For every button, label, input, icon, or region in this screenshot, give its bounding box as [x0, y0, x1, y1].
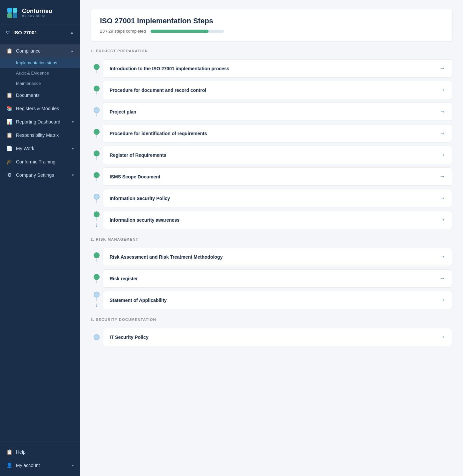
step-dot-completed [94, 252, 100, 258]
sidebar-item-reporting[interactable]: 📊 Reporting Dashboard ▾ [0, 115, 80, 128]
step-card[interactable]: Introduction to the ISO 27001 implementa… [103, 59, 452, 78]
step-timeline [91, 172, 103, 181]
arrow-right-icon: → [439, 216, 445, 223]
step-timeline [91, 252, 103, 262]
step-dot-partial [94, 194, 100, 200]
page-header: ISO 27001 Implementation Steps 23 / 29 s… [91, 9, 452, 41]
step-card[interactable]: Information Security Policy → [103, 189, 452, 207]
step-row: ↓ Information security awareness → [91, 209, 452, 231]
sidebar-item-training[interactable]: 🎓 Conformio Training [0, 155, 80, 168]
registers-icon: 📚 [6, 106, 13, 112]
step-dot-completed [94, 64, 100, 70]
sidebar-item-help[interactable]: 📋 Help [0, 445, 80, 459]
step-card[interactable]: Register of Requirements → [103, 146, 452, 164]
chevron-up-icon: ▲ [70, 49, 74, 53]
svg-rect-2 [13, 8, 17, 13]
svg-rect-3 [7, 13, 12, 18]
step-title: Risk register [110, 276, 138, 281]
step-title: IT Security Policy [110, 335, 149, 340]
step-dot-partial [94, 334, 100, 340]
arrow-down-icon: ↓ [95, 221, 98, 228]
progress-label: 23 / 29 steps completed [100, 29, 146, 34]
arrow-right-icon: → [439, 130, 445, 137]
sidebar-item-mywork[interactable]: 📄 My Work ▾ [0, 142, 80, 155]
step-title: Statement of Applicability [110, 298, 167, 303]
step-card[interactable]: Procedure for document and record contro… [103, 81, 452, 99]
sidebar-sub-maintenance[interactable]: Maintenance [0, 78, 80, 89]
section-3-label: 3. SECURITY DOCUMENTATION [91, 318, 452, 322]
shield-icon: 🛡 [6, 30, 11, 35]
step-dot-completed [94, 274, 100, 280]
mywork-icon: 📄 [6, 145, 13, 151]
chevron-down-icon: ▾ [72, 173, 74, 177]
arrow-right-icon: → [439, 87, 445, 94]
arrow-down-icon: ↓ [95, 302, 98, 309]
progress-total: 29 [108, 29, 113, 34]
progress-row: 23 / 29 steps completed [100, 29, 443, 34]
step-title: Register of Requirements [110, 152, 166, 158]
step-timeline [91, 86, 103, 95]
sidebar-bottom: 📋 Help 👤 My account ▾ [0, 441, 80, 476]
help-label: Help [16, 449, 26, 455]
sidebar-sub-audit[interactable]: Audit & Evidence [0, 68, 80, 78]
sidebar-item-responsibility[interactable]: 📋 Responsibility Matrix [0, 128, 80, 142]
arrow-right-icon: → [439, 65, 445, 72]
logo-name: Conformio [22, 8, 52, 15]
chevron-up-icon: ▲ [70, 30, 74, 35]
sidebar-item-myaccount[interactable]: 👤 My account ▾ [0, 459, 80, 472]
step-card[interactable]: Risk register → [103, 269, 452, 288]
settings-icon: ⚙ [6, 172, 13, 178]
page-title: ISO 27001 Implementation Steps [100, 17, 443, 25]
step-card[interactable]: Procedure for identification of requirem… [103, 124, 452, 142]
training-icon: 🎓 [6, 159, 13, 165]
reporting-icon: 📊 [6, 119, 13, 125]
chevron-down-icon: ▾ [72, 146, 74, 151]
step-timeline: ↓ [91, 211, 103, 228]
step-timeline [91, 274, 103, 283]
step-dot-partial [94, 107, 100, 113]
step-card[interactable]: Project plan → [103, 103, 452, 121]
svg-rect-4 [13, 13, 17, 18]
step-card[interactable]: Risk Assessment and Risk Treatment Metho… [103, 248, 452, 266]
compliance-label: Compliance [16, 48, 41, 54]
sidebar-item-compliance[interactable]: 📋 Compliance ▲ [0, 44, 80, 58]
sidebar-item-registers[interactable]: 📚 Registers & Modules [0, 102, 80, 115]
training-label: Conformio Training [16, 159, 55, 164]
section-1-steps: Introduction to the ISO 27001 implementa… [91, 58, 452, 231]
step-title: Procedure for identification of requirem… [110, 131, 207, 136]
company-settings-label: Company Settings [16, 172, 54, 178]
progress-bar-fill [151, 30, 209, 33]
step-row: Procedure for document and record contro… [91, 79, 452, 101]
step-title: Information security awareness [110, 217, 180, 223]
responsibility-label: Responsibility Matrix [16, 132, 59, 138]
section-2-label: 2. RISK MANAGEMENT [91, 237, 452, 241]
project-selector[interactable]: 🛡 ISO 27001 ▲ [0, 25, 80, 40]
chevron-down-icon: ▾ [72, 463, 74, 468]
sidebar-nav: 📋 Compliance ▲ Implementation steps Audi… [0, 40, 80, 441]
progress-bar-bg [151, 30, 224, 33]
step-card[interactable]: IT Security Policy → [103, 328, 452, 346]
step-timeline: ↓ [91, 292, 103, 309]
step-dot-completed [94, 86, 100, 92]
documents-icon: 📋 [6, 92, 13, 98]
arrow-right-icon: → [439, 275, 445, 282]
step-row: Risk register → [91, 268, 452, 289]
step-dot-partial [94, 292, 100, 298]
arrow-right-icon: → [439, 297, 445, 304]
sidebar-sub-implementation-steps[interactable]: Implementation steps [0, 58, 80, 68]
section-1-label: 1. PROJECT PREPARATION [91, 49, 452, 53]
step-row: Register of Requirements → [91, 144, 452, 166]
step-card[interactable]: Information security awareness → [103, 211, 452, 229]
myaccount-label: My account [16, 463, 40, 468]
step-title: ISMS Scope Document [110, 174, 160, 179]
step-row: Procedure for identification of requirem… [91, 122, 452, 144]
sidebar-item-company-settings[interactable]: ⚙ Company Settings ▾ [0, 168, 80, 182]
project-name: ISO 27001 [13, 30, 67, 35]
arrow-right-icon: → [439, 173, 445, 180]
sidebar: Conformio BY ADVISERA 🛡 ISO 27001 ▲ 📋 Co… [0, 0, 80, 476]
step-card[interactable]: Statement of Applicability → [103, 291, 452, 309]
step-title: Procedure for document and record contro… [110, 88, 206, 93]
step-card[interactable]: ISMS Scope Document → [103, 167, 452, 186]
sidebar-item-documents[interactable]: 📋 Documents [0, 89, 80, 102]
step-title: Risk Assessment and Risk Treatment Metho… [110, 254, 223, 260]
